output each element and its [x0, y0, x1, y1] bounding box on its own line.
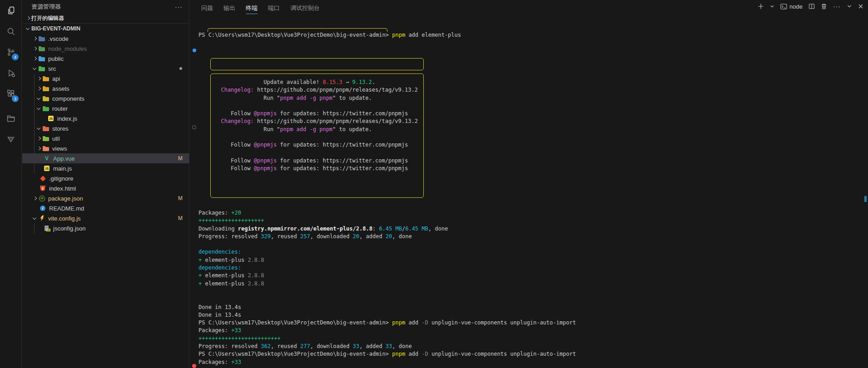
- chevron-down-icon: [35, 125, 42, 132]
- tree-item-views[interactable]: views: [22, 143, 189, 153]
- git-modified-badge: M: [178, 215, 183, 221]
- tree-item-index-js[interactable]: index.js: [22, 113, 189, 123]
- search-icon[interactable]: [0, 21, 22, 42]
- terminal-line: Update available! 8.15.3 → 9.13.2.: [214, 79, 423, 86]
- panel-tab-端口[interactable]: 端口: [268, 2, 280, 14]
- source-control-icon[interactable]: 4: [0, 42, 22, 63]
- terminal-line: dependencies:: [198, 248, 576, 256]
- folder-icon: [38, 35, 45, 42]
- tree-item--gitignore[interactable]: .gitignore: [22, 173, 189, 183]
- terminal-line: Packages: +33: [198, 358, 576, 366]
- terminal-line: + element-plus 2.8.8: [198, 272, 576, 280]
- tree-item-label: vite.config.js: [48, 215, 81, 222]
- new-terminal-button[interactable]: [758, 3, 764, 10]
- chevron-down-icon: [35, 105, 42, 112]
- chevron-down-icon: [24, 25, 31, 32]
- folder-modified-dot: [179, 67, 182, 70]
- open-editors-section[interactable]: 打开的编辑器: [22, 13, 189, 23]
- tree-item-index-html[interactable]: index.html: [22, 183, 189, 193]
- vue-file-icon: [43, 155, 50, 162]
- kill-terminal-trash-icon[interactable]: [821, 3, 827, 10]
- tree-item-label: stores: [52, 125, 68, 132]
- terminal-line: [198, 240, 576, 248]
- sidebar-title-bar: 资源管理器 ···: [22, 0, 189, 13]
- chevron-right-icon: [31, 45, 38, 52]
- bottom-panel: 问题输出终端端口调试控制台 node: [189, 0, 868, 368]
- tree-item-node-modules[interactable]: node_modules: [22, 44, 189, 54]
- panel-more-actions-icon[interactable]: ···: [833, 3, 841, 10]
- folder-icon: [42, 135, 50, 142]
- tree-item-package-json[interactable]: package.jsonM: [22, 193, 189, 203]
- panel-tab-输出[interactable]: 输出: [223, 2, 235, 14]
- tree-item--vscode[interactable]: .vscode: [22, 34, 189, 44]
- file-tree: .vscodenode_modulespublicsrcapiassetscom…: [22, 34, 189, 233]
- tree-item-app-vue[interactable]: App.vueM: [22, 153, 189, 163]
- folder-icon: [38, 55, 45, 62]
- tree-item-main-js[interactable]: main.js: [22, 163, 189, 173]
- folder-icon: [42, 125, 50, 132]
- chevron-right-icon: [35, 145, 42, 152]
- tree-item-api[interactable]: api: [22, 74, 189, 83]
- folder-icon: [42, 95, 50, 102]
- tree-item-label: README.md: [49, 205, 84, 212]
- html-file-icon: [39, 185, 46, 192]
- command-decoration-dot[interactable]: [193, 49, 196, 52]
- panel-collapse-chevron-icon[interactable]: [847, 4, 852, 9]
- panel-tab-调试控制台[interactable]: 调试控制台: [290, 2, 320, 14]
- tree-item-stores[interactable]: stores: [22, 123, 189, 133]
- terminal-line: Follow @pnpmjs for updates: https://twit…: [214, 110, 423, 118]
- terminal-line: dependencies:: [198, 264, 576, 272]
- terminal-line: Progress: resolved 329, reused 257, down…: [198, 233, 576, 240]
- tree-item-label: node_modules: [48, 45, 87, 52]
- close-panel-icon[interactable]: [858, 4, 863, 9]
- terminal-line: ++++++++++++++++++++++++++++: [198, 366, 576, 368]
- terminal-line: Run "pnpm add -g pnpm" to update.: [214, 126, 423, 133]
- terminal-scrollbar-marker[interactable]: [864, 196, 867, 202]
- tree-item-components[interactable]: components: [22, 93, 189, 103]
- panel-tab-终端[interactable]: 终端: [246, 2, 258, 14]
- pnpm-notice-box-empty: [210, 58, 424, 70]
- tree-item-label: components: [52, 95, 84, 102]
- terminal-viewport[interactable]: PS C:\Users\wsm17\Desktop\Vue3ProjectDem…: [189, 16, 868, 368]
- terminal-line: PS C:\Users\wsm17\Desktop\Vue3ProjectDem…: [198, 319, 576, 327]
- run-debug-icon[interactable]: [0, 63, 22, 83]
- extensions-icon[interactable]: 3: [0, 83, 22, 104]
- git-file-icon: [39, 175, 46, 182]
- tree-item-util[interactable]: util: [22, 133, 189, 143]
- tree-item-jsconfig-json[interactable]: jsconfig.json: [22, 223, 189, 233]
- terminal-line: Done in 13.4s: [198, 304, 576, 311]
- command-decoration-error-dot[interactable]: [192, 364, 196, 368]
- terminal-line: Downloading registry.npmmirror.com/eleme…: [198, 225, 576, 233]
- js-file-icon: [47, 115, 55, 122]
- split-terminal-icon[interactable]: [808, 3, 815, 10]
- project-folder-icon[interactable]: [0, 108, 22, 129]
- command-decoration-ring[interactable]: [192, 125, 196, 129]
- new-terminal-dropdown-icon[interactable]: [770, 4, 774, 9]
- tree-item-vite-config-js[interactable]: vite.config.jsM: [22, 213, 189, 223]
- terminal-line: [214, 149, 423, 157]
- vite-file-icon: [38, 215, 45, 222]
- tree-item-src[interactable]: src: [22, 64, 189, 74]
- chevron-down-icon: [35, 95, 42, 102]
- update-box-text: Update available! 8.15.3 → 9.13.2. Chang…: [211, 74, 423, 173]
- chevron-right-icon: [35, 85, 42, 92]
- folder-icon: [38, 65, 45, 72]
- panel-tab-问题[interactable]: 问题: [201, 2, 213, 14]
- source-control-badge: 4: [12, 54, 19, 60]
- tree-item-readme-md[interactable]: README.md: [22, 203, 189, 213]
- tree-item-label: views: [52, 145, 67, 152]
- workspace-section[interactable]: BIG-EVENT-ADMIN: [22, 23, 189, 34]
- terminal-line: Follow @pnpmjs for updates: https://twit…: [214, 165, 423, 172]
- sidebar-more-actions-icon[interactable]: ···: [175, 3, 183, 10]
- terminal-line: Changelog: https://github.com/pnpm/pnpm/…: [214, 86, 423, 94]
- terminal-line: +++++++++++++++++++++++++: [198, 335, 576, 343]
- triangle-tool-icon[interactable]: [0, 129, 22, 150]
- explorer-icon[interactable]: [0, 0, 22, 21]
- tree-item-public[interactable]: public: [22, 54, 189, 64]
- tree-item-assets[interactable]: assets: [22, 83, 189, 93]
- terminal-line: [214, 133, 423, 141]
- tree-item-label: package.json: [48, 195, 83, 202]
- tree-item-router[interactable]: router: [22, 103, 189, 113]
- terminal-instance-chip[interactable]: node: [780, 3, 803, 10]
- terminal-line: Progress: resolved 362, reused 277, down…: [198, 343, 576, 350]
